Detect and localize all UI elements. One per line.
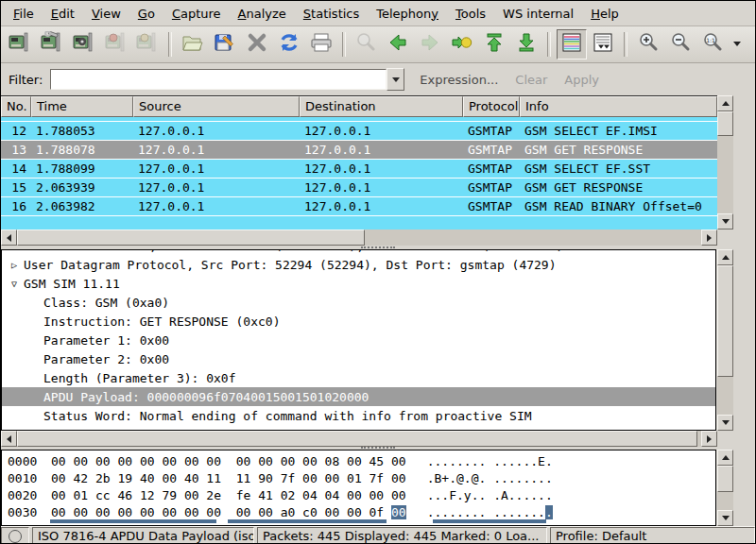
scroll-down-button[interactable] [717, 415, 733, 431]
filter-input[interactable] [50, 69, 387, 90]
capture-options-button[interactable] [37, 29, 67, 60]
list-interfaces-button[interactable] [5, 29, 35, 60]
zoom-100-button[interactable]: 1:1 [697, 29, 728, 60]
packet-list-vertical-scrollbar[interactable] [717, 95, 733, 230]
ascii-selected-char[interactable]: . [545, 505, 553, 519]
menu-item-go[interactable]: Go [129, 3, 163, 25]
packet-list: No.TimeSourceDestinationProtocolInfo 111… [1, 95, 717, 230]
menu-item-analyze[interactable]: Analyze [230, 3, 295, 25]
toolbar-separator [624, 32, 627, 57]
expander-expanded-icon[interactable]: ▽ [7, 279, 22, 289]
triangle-up-icon [722, 455, 730, 460]
close-file-icon [246, 31, 268, 58]
menu-item-file[interactable]: File [5, 3, 43, 25]
expander-collapsed-icon[interactable]: ▷ [7, 250, 22, 251]
packet-row-15[interactable]: 152.063939127.0.0.1127.0.0.1GSMTAPGSM GE… [1, 178, 717, 197]
menu-item-edit[interactable]: Edit [43, 3, 83, 25]
packet-cell: 127.0.0.1 [300, 141, 463, 159]
scroll-right-button[interactable] [701, 230, 717, 246]
expander-collapsed-icon[interactable]: ▷ [7, 260, 22, 270]
column-header-no[interactable]: No. [1, 96, 31, 117]
hex-ascii: ........ ....... [427, 505, 545, 519]
detail-row-3[interactable]: Class: GSM (0xa0) [2, 293, 715, 312]
scroll-up-button[interactable] [717, 450, 733, 466]
zoom-in-button[interactable] [633, 29, 663, 60]
status-bar: ISO 7816-4 APDU Data Payload (iso... Pac… [1, 526, 755, 544]
hex-dump-pane: 000000 00 00 00 00 00 00 00 00 00 00 00 … [1, 450, 716, 526]
go-to-packet-button[interactable] [447, 29, 477, 60]
toolbar-overflow-button[interactable] [729, 36, 746, 53]
go-forward-button[interactable] [415, 29, 445, 60]
close-file-button[interactable] [242, 29, 272, 60]
scrollbar-thumb[interactable] [17, 230, 365, 246]
column-header-destination[interactable]: Destination [300, 96, 463, 117]
go-back-button[interactable] [383, 29, 413, 60]
detail-row-2[interactable]: ▽GSM SIM 11.11 [2, 274, 715, 293]
colorize-button[interactable] [557, 29, 587, 60]
detail-row-5[interactable]: Parameter 1: 0x00 [2, 331, 715, 349]
hex-row-0030[interactable]: 003000 00 00 00 00 00 00 00 00 00 a0 c0 … [2, 503, 715, 520]
menu-item-view[interactable]: View [83, 3, 129, 25]
scrollbar-thumb[interactable] [717, 111, 733, 136]
scroll-left-button[interactable] [1, 230, 17, 246]
detail-row-8[interactable]: APDU Payload: 000000096f0704001500150102… [2, 387, 715, 406]
column-header-protocol[interactable]: Protocol [463, 96, 520, 117]
menu-item-ws-internal[interactable]: WS internal [494, 3, 582, 25]
packet-list-horizontal-scrollbar[interactable] [1, 230, 717, 246]
details-horizontal-scrollbar[interactable] [1, 431, 717, 447]
packet-row-14[interactable]: 141.788099127.0.0.1127.0.0.1GSMTAPGSM SE… [1, 160, 717, 178]
scroll-down-button[interactable] [717, 213, 733, 230]
print-button[interactable] [306, 29, 336, 60]
menu-item-capture[interactable]: Capture [163, 3, 230, 25]
column-header-info[interactable]: Info [520, 96, 717, 117]
menu-item-tools[interactable]: Tools [447, 3, 494, 25]
detail-row-9[interactable]: Status Word: Normal ending of command wi… [2, 406, 715, 425]
scroll-up-button[interactable] [717, 95, 733, 111]
packet-cell: 15 [1, 178, 31, 196]
capture-stop-button[interactable] [101, 29, 131, 60]
hex-selected-byte[interactable]: 00 [391, 505, 406, 519]
filter-dropdown-button[interactable] [387, 68, 404, 91]
hex-row-0000[interactable]: 000000 00 00 00 00 00 00 00 00 00 00 00 … [2, 452, 715, 469]
details-vertical-scrollbar[interactable] [717, 249, 733, 431]
triangle-left-icon [7, 435, 11, 443]
triangle-left-icon [7, 234, 11, 242]
scrollbar-thumb[interactable] [717, 265, 733, 377]
packet-row-16[interactable]: 162.063982127.0.0.1127.0.0.1GSMTAPGSM RE… [1, 197, 717, 216]
detail-row-7[interactable]: Length (Parameter 3): 0x0f [2, 368, 715, 387]
detail-row-1[interactable]: ▷User Datagram Protocol, Src Port: 52294… [2, 255, 715, 274]
clear-button[interactable]: Clear [515, 73, 547, 87]
column-header-time[interactable]: Time [31, 96, 133, 117]
expert-info-button[interactable] [1, 527, 29, 544]
menu-item-telephony[interactable]: Telephony [368, 3, 447, 25]
hex-row-0020[interactable]: 002000 01 cc 46 12 79 00 2e fe 41 02 04 … [2, 486, 715, 503]
packet-cell: 127.0.0.1 [300, 160, 463, 178]
detail-row-4[interactable]: Instruction: GET RESPONSE (0xc0) [2, 312, 715, 331]
menu-item-help[interactable]: Help [582, 3, 627, 25]
scroll-down-button[interactable] [717, 510, 733, 526]
menu-item-statistics[interactable]: Statistics [295, 3, 368, 25]
scrollbar-thumb[interactable] [17, 431, 697, 447]
scroll-right-button[interactable] [701, 431, 717, 447]
zoom-out-button[interactable] [665, 29, 696, 60]
hex-row-0010[interactable]: 001000 42 2b 19 40 00 40 11 11 90 7f 00 … [2, 469, 715, 486]
go-top-button[interactable] [479, 29, 509, 60]
capture-start-button[interactable] [69, 29, 99, 60]
column-header-source[interactable]: Source [133, 96, 300, 117]
go-bottom-button[interactable] [511, 29, 541, 60]
scrollbar-thumb[interactable] [717, 466, 733, 492]
find-button[interactable] [352, 29, 382, 60]
save-file-button[interactable] [210, 29, 240, 60]
detail-row-6[interactable]: Parameter 2: 0x00 [2, 349, 715, 368]
scroll-up-button[interactable] [717, 249, 733, 265]
expression-button[interactable]: Expression... [420, 73, 498, 87]
apply-button[interactable]: Apply [564, 73, 599, 87]
open-file-button[interactable] [178, 29, 208, 60]
scroll-left-button[interactable] [1, 431, 17, 447]
autoscroll-button[interactable] [589, 29, 619, 60]
packet-row-12[interactable]: 121.788053127.0.0.1127.0.0.1GSMTAPGSM SE… [1, 122, 717, 141]
capture-restart-button[interactable] [132, 29, 163, 60]
reload-button[interactable] [274, 29, 304, 60]
hex-vertical-scrollbar[interactable] [717, 450, 733, 526]
packet-row-13[interactable]: 131.788078127.0.0.1127.0.0.1GSMTAPGSM GE… [1, 141, 717, 160]
